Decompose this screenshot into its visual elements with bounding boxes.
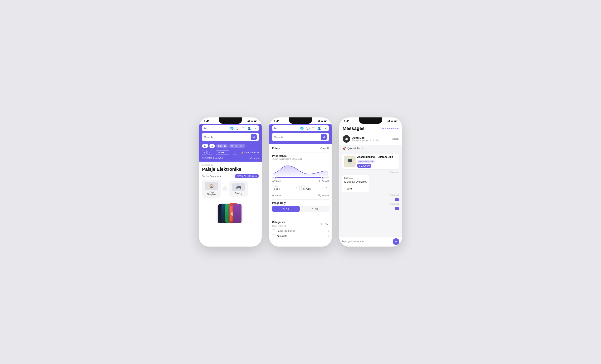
- user-icon-2[interactable]: 👤: [317, 126, 321, 130]
- status-icons-3: [387, 120, 397, 122]
- next-page-btn[interactable]: ›: [233, 150, 237, 155]
- heart-icon-1[interactable]: ♡: [241, 126, 245, 130]
- phone-1: 9:41: [199, 117, 262, 247]
- msg-time-1: 7 days ago: [342, 194, 399, 196]
- currency-selector[interactable]: ⟳ Currency: [248, 157, 259, 160]
- first-page-btn[interactable]: «: [202, 150, 207, 155]
- price-to-group[interactable]: To € 2700 ▲ ▼: [301, 184, 329, 192]
- chevron-down-icon-2[interactable]: ▾: [323, 126, 327, 130]
- grid-view-btn[interactable]: ⊞: [202, 144, 208, 148]
- phone3-content: Messages ↩ Return Home JD John Doe Ne Me…: [339, 124, 402, 247]
- category-label: CATEGORY: [202, 164, 259, 166]
- cat-search-icon[interactable]: 🔍: [325, 222, 329, 226]
- price-from-wrapper: From € 320: [274, 186, 295, 191]
- back-btn[interactable]: ‹ Back: [392, 138, 399, 140]
- sent-message-0: [395, 198, 399, 201]
- filter-search-btn[interactable]: 🔍 Search: [318, 194, 329, 197]
- toggle-no-btn[interactable]: ✕ No: [272, 206, 300, 212]
- cat-checkbox-0[interactable]: [272, 230, 275, 232]
- cat-checkbox-1[interactable]: [272, 234, 275, 237]
- product-price: € 2,700.00: [357, 164, 371, 168]
- chat-icon-1[interactable]: 💬: [235, 126, 240, 130]
- rocket-icon: 🚀: [343, 147, 346, 150]
- slider-handle-right[interactable]: [321, 176, 324, 179]
- prev-page-btn[interactable]: ‹: [208, 150, 212, 155]
- to-currency: €: [303, 188, 305, 191]
- categories-subtitle: None Selected: [272, 225, 286, 227]
- product-info: Assembled PC – Custom Built Paisje Elekt…: [357, 155, 397, 168]
- slider-handle-left[interactable]: [274, 176, 277, 179]
- phone1-header: ✂ 🌐 💬 ♡ 👤 ▾ Search: [199, 124, 262, 144]
- subcategory-card-0[interactable]: 🏠 Paisje Shtepiake: [202, 180, 221, 198]
- filter-search-label: Search: [321, 194, 329, 197]
- divider-1: [272, 152, 329, 153]
- visit-all-categories-btn[interactable]: ⊞ Visit All Categories: [235, 174, 259, 178]
- subcategory-card-1[interactable]: 🎮 Gaming: [229, 181, 248, 197]
- category-title: Paisje Elektronike: [202, 167, 259, 172]
- svg-rect-3: [249, 120, 250, 122]
- showing-text: SHOWING 1 – 6 OF 6: [202, 157, 223, 160]
- messages-header: Messages ↩ Return Home: [339, 124, 402, 133]
- svg-rect-9: [318, 121, 318, 122]
- save-search-btn[interactable]: 🔒 SAVE SEARCH: [241, 151, 259, 154]
- back-label: Back: [393, 138, 399, 140]
- down-arrow-to: ▼: [325, 188, 327, 190]
- cat-reset-icon[interactable]: ⟳: [319, 222, 323, 226]
- search-button-2[interactable]: [321, 134, 327, 140]
- price-slider[interactable]: [272, 177, 329, 178]
- image-only-section: Image Only ✕ No ✓ Yes: [272, 201, 329, 212]
- product-category-row: Paisje Elektronike: [357, 159, 397, 164]
- list-view-btn[interactable]: ≡: [209, 144, 215, 148]
- heart-icon-2[interactable]: ♡: [311, 126, 316, 130]
- filters-close-btn[interactable]: Close ✕: [320, 147, 329, 150]
- product-images-area: 🌕: [202, 200, 259, 223]
- quick-actions-bar[interactable]: 🚀 Quick Actions: [339, 145, 402, 152]
- svg-line-7: [254, 137, 255, 138]
- user-icon-1[interactable]: 👤: [247, 126, 251, 130]
- pagination-arrows-right: ›: [233, 150, 237, 155]
- search-button-1[interactable]: [251, 134, 257, 140]
- category-item-0[interactable]: Paisje Elektronike 6: [272, 229, 329, 233]
- phone2-search-bar[interactable]: [272, 133, 329, 141]
- category-item-1[interactable]: Automjete 1: [272, 233, 329, 239]
- phone1-search-bar[interactable]: Search: [202, 133, 259, 141]
- globe-icon-2[interactable]: 🌐: [300, 126, 304, 130]
- return-home-btn[interactable]: ↩ Return Home: [382, 127, 399, 130]
- from-currency: €: [274, 188, 275, 191]
- svg-rect-5: [254, 121, 257, 122]
- page-label: PAGE: [218, 151, 225, 154]
- time-3: 9:41: [344, 120, 350, 123]
- price-from-group[interactable]: From € 320 ▲ ▼: [272, 184, 300, 192]
- price-avg-text: The average price is 1,055 EUR: [272, 158, 329, 160]
- price-chart: [272, 162, 329, 176]
- search-icon-2: [323, 136, 325, 138]
- phone1-content: ✂ 🌐 💬 ♡ 👤 ▾ Search: [199, 124, 262, 247]
- price-range-title: Price Range: [272, 154, 329, 157]
- up-arrow-to: ▲: [325, 186, 327, 188]
- battery-icon-1: [254, 120, 257, 122]
- visit-all-label: Visit All Categories: [239, 175, 257, 177]
- received-text-0: Hi Enes,Is this still available?Thanks!: [344, 177, 367, 190]
- chat-icon-2[interactable]: 💬: [306, 126, 310, 130]
- subcategory-arrow[interactable]: ›: [222, 186, 228, 191]
- globe-icon-1[interactable]: 🌐: [230, 126, 234, 130]
- nav-icons-2: 🌐 💬 ♡ 👤 ▾: [300, 126, 327, 130]
- filters-btn[interactable]: ⚙ FILTERS: [229, 144, 245, 148]
- search-input-2[interactable]: [274, 135, 320, 139]
- chat-input[interactable]: [342, 240, 391, 243]
- reset-btn[interactable]: ⟳ Reset: [272, 194, 281, 197]
- price-filter-btn[interactable]: $$$→$: [216, 144, 228, 148]
- notch-1: [219, 117, 242, 124]
- phones-container: 9:41: [199, 117, 402, 247]
- chevron-down-icon-1[interactable]: ▾: [253, 126, 257, 130]
- cat-count-0: 6: [328, 230, 329, 232]
- battery-icon-3: [394, 120, 397, 122]
- search-input-1[interactable]: Search: [204, 135, 250, 139]
- signal-icon-1: [247, 120, 250, 122]
- product-name: Assembled PC – Custom Built: [357, 155, 397, 158]
- messages-title: Messages: [343, 126, 364, 131]
- phone1-toolbar: ⊞ ≡ $$$→$ ⚙ FILTERS: [199, 144, 262, 150]
- send-button[interactable]: ➤: [393, 238, 399, 245]
- cat-name-0: Paisje Elektronike: [277, 230, 326, 232]
- toggle-yes-btn[interactable]: ✓ Yes: [301, 206, 329, 212]
